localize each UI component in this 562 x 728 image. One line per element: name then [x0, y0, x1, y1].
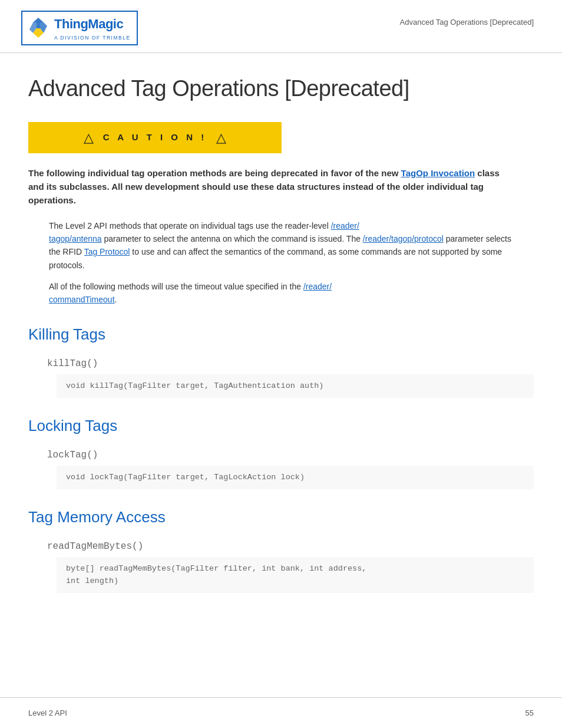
locktag-signature: void lockTag(TagFilter target, TagLockAc…: [57, 466, 534, 489]
thingmagic-logo-icon: [27, 17, 49, 39]
footer-page-number: 55: [525, 707, 534, 719]
caution-label: C A U T I O N !: [103, 131, 207, 144]
command-timeout-link[interactable]: /reader/commandTimeout: [49, 282, 332, 304]
logo-text-sub: A DIVISION OF TRIMBLE: [54, 34, 131, 42]
section-heading-locking-tags: Locking Tags: [28, 414, 534, 437]
page-footer: Level 2 API 55: [0, 697, 562, 729]
desc-para-2: All of the following methods will use th…: [49, 280, 511, 307]
logo-box: ThingMagic A DIVISION OF TRIMBLE: [21, 11, 138, 45]
readtagmembytes-function-name: readTagMemBytes(): [47, 539, 534, 554]
tagop-protocol-link[interactable]: /reader/tagop/protocol: [363, 234, 444, 243]
tagop-invocation-link[interactable]: TagOp Invocation: [401, 168, 475, 178]
locktag-function-name: lockTag(): [47, 448, 534, 462]
header-page-title: Advanced Tag Operations [Deprecated]: [400, 17, 534, 28]
desc-para-1: The Level 2 API methods that operate on …: [49, 219, 511, 272]
readtagmembytes-signature: byte[] readTagMemBytes(TagFilter filter,…: [57, 557, 534, 593]
killtag-signature: void killTag(TagFilter target, TagAuthen…: [57, 374, 534, 398]
intro-text-part1: The following individual tag operation m…: [28, 168, 401, 178]
section-heading-tag-memory-access: Tag Memory Access: [28, 506, 534, 529]
warning-icon-left: △: [84, 128, 94, 147]
page-header: ThingMagic A DIVISION OF TRIMBLE Advance…: [0, 0, 562, 53]
killtag-function-name: killTag(): [47, 357, 534, 371]
main-content: Advanced Tag Operations [Deprecated] △ C…: [0, 53, 562, 697]
intro-bold-text: The following individual tag operation m…: [28, 166, 511, 207]
logo-area: ThingMagic A DIVISION OF TRIMBLE: [21, 11, 138, 45]
footer-left-text: Level 2 API: [28, 707, 67, 719]
section-heading-killing-tags: Killing Tags: [28, 323, 534, 346]
description-block: The Level 2 API methods that operate on …: [28, 219, 511, 307]
page-title: Advanced Tag Operations [Deprecated]: [28, 72, 534, 106]
logo-text-main: ThingMagic: [54, 14, 131, 34]
tag-protocol-link[interactable]: Tag Protocol: [84, 247, 130, 256]
warning-icon-right: △: [216, 128, 226, 147]
caution-box: △ C A U T I O N ! △: [28, 122, 282, 153]
tagop-antenna-link[interactable]: /reader/tagop/antenna: [49, 221, 359, 243]
